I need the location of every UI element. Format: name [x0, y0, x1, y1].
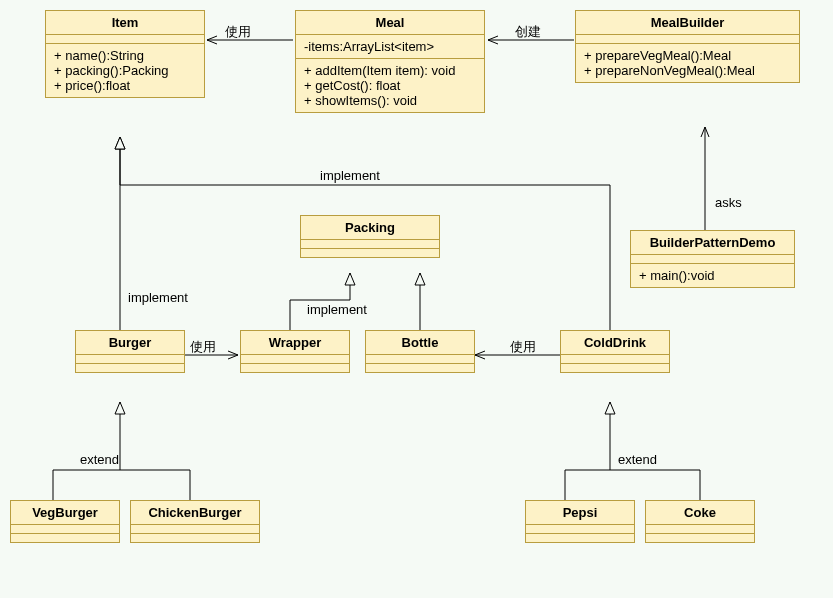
label-asks: asks [715, 195, 742, 210]
class-title: MealBuilder [576, 11, 799, 35]
class-title: Packing [301, 216, 439, 240]
attr-section [11, 525, 119, 534]
class-wrapper: Wrapper [240, 330, 350, 373]
method: + prepareNonVegMeal():Meal [584, 63, 791, 78]
class-title: Burger [76, 331, 184, 355]
uml-diagram: Item + name():String + packing():Packing… [0, 0, 833, 598]
class-title: BuilderPatternDemo [631, 231, 794, 255]
method-section [526, 534, 634, 542]
method-section [646, 534, 754, 542]
class-burger: Burger [75, 330, 185, 373]
method: + packing():Packing [54, 63, 196, 78]
label-use: 使用 [190, 338, 216, 356]
method: + name():String [54, 48, 196, 63]
method-section [11, 534, 119, 542]
method-section [241, 364, 349, 372]
label-implement: implement [128, 290, 188, 305]
class-packing: Packing [300, 215, 440, 258]
method-section: + addItem(Item item): void + getCost(): … [296, 59, 484, 112]
label-implement: implement [320, 168, 380, 183]
method-section: + main():void [631, 264, 794, 287]
class-title: Bottle [366, 331, 474, 355]
attr-section [46, 35, 204, 44]
class-title: Meal [296, 11, 484, 35]
method: + prepareVegMeal():Meal [584, 48, 791, 63]
class-meal: Meal -items:ArrayList<item> + addItem(It… [295, 10, 485, 113]
attr-section [241, 355, 349, 364]
method: + main():void [639, 268, 786, 283]
method-section: + prepareVegMeal():Meal + prepareNonVegM… [576, 44, 799, 82]
label-implement: implement [307, 302, 367, 317]
class-title: Wrapper [241, 331, 349, 355]
class-bottle: Bottle [365, 330, 475, 373]
class-coke: Coke [645, 500, 755, 543]
class-title: Coke [646, 501, 754, 525]
class-title: ChickenBurger [131, 501, 259, 525]
method-section [76, 364, 184, 372]
class-pepsi: Pepsi [525, 500, 635, 543]
class-item: Item + name():String + packing():Packing… [45, 10, 205, 98]
class-vegburger: VegBurger [10, 500, 120, 543]
attr-section [131, 525, 259, 534]
method-section [131, 534, 259, 542]
label-extend: extend [80, 452, 119, 467]
class-chickenburger: ChickenBurger [130, 500, 260, 543]
attr-section [646, 525, 754, 534]
attr: -items:ArrayList<item> [304, 39, 476, 54]
label-use: 使用 [225, 23, 251, 41]
method: + addItem(Item item): void [304, 63, 476, 78]
class-title: VegBurger [11, 501, 119, 525]
attr-section [561, 355, 669, 364]
method: + getCost(): float [304, 78, 476, 93]
class-title: ColdDrink [561, 331, 669, 355]
method-section: + name():String + packing():Packing + pr… [46, 44, 204, 97]
method-section [561, 364, 669, 372]
attr-section: -items:ArrayList<item> [296, 35, 484, 59]
attr-section [366, 355, 474, 364]
class-mealbuilder: MealBuilder + prepareVegMeal():Meal + pr… [575, 10, 800, 83]
class-title: Item [46, 11, 204, 35]
class-builderpatterndemo: BuilderPatternDemo + main():void [630, 230, 795, 288]
method: + showItems(): void [304, 93, 476, 108]
class-title: Pepsi [526, 501, 634, 525]
label-extend: extend [618, 452, 657, 467]
label-use: 使用 [510, 338, 536, 356]
attr-section [576, 35, 799, 44]
method-section [301, 249, 439, 257]
method: + price():float [54, 78, 196, 93]
label-create: 创建 [515, 23, 541, 41]
class-colddrink: ColdDrink [560, 330, 670, 373]
attr-section [301, 240, 439, 249]
method-section [366, 364, 474, 372]
attr-section [631, 255, 794, 264]
attr-section [526, 525, 634, 534]
attr-section [76, 355, 184, 364]
